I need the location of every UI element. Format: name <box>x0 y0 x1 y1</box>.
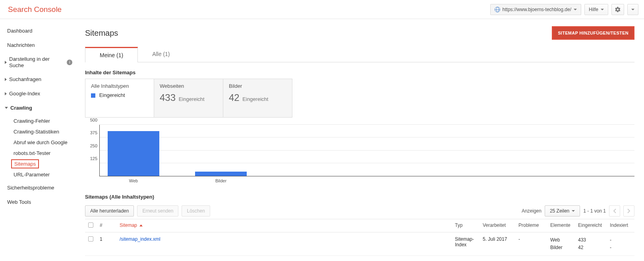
summary-box-images[interactable]: Bilder 42 Eingereicht <box>223 79 292 118</box>
select-all-checkbox[interactable] <box>88 222 93 228</box>
sidebar-item-security-issues[interactable]: Sicherheitsprobleme <box>0 182 79 193</box>
col-indexed[interactable]: Indexiert <box>607 219 634 232</box>
chevron-down-icon <box>572 210 575 212</box>
property-url: https://www.bjoerns-techblog.de/ <box>503 7 571 12</box>
pager-prev-button[interactable] <box>609 205 620 217</box>
chevron-down-icon <box>574 9 577 10</box>
cell-sitemap-link[interactable]: /sitemap_index.xml <box>120 236 161 242</box>
sidebar-sub-robots-tester[interactable]: robots.txt-Tester <box>11 149 53 158</box>
sort-asc-icon <box>139 224 143 226</box>
help-button[interactable]: Hilfe <box>584 4 608 15</box>
tabs: Meine (1) Alle (1) <box>85 47 634 62</box>
cell-submitted: 433 42 <box>575 232 607 256</box>
chevron-left-icon <box>613 209 616 213</box>
sitemaps-table: # Sitemap Typ Verarbeitet Probleme Eleme… <box>85 219 634 256</box>
chart-xlabel: Bilder <box>215 178 226 183</box>
caret-right-icon <box>5 78 7 81</box>
col-type[interactable]: Typ <box>452 219 480 232</box>
settings-menu-button[interactable] <box>627 4 638 15</box>
tab-mine[interactable]: Meine (1) <box>85 47 138 62</box>
sidebar-item-label: Dashboard <box>7 28 33 34</box>
sidebar-item-search-appearance[interactable]: Darstellung in der Suche i <box>0 54 79 71</box>
col-index[interactable]: # <box>97 219 116 232</box>
settings-button[interactable] <box>611 4 624 15</box>
summary-box-webpages[interactable]: Webseiten 433 Eingereicht <box>154 79 223 118</box>
col-elements[interactable]: Elemente <box>547 219 575 232</box>
col-processed[interactable]: Verarbeitet <box>480 219 515 232</box>
summary-box-all-types[interactable]: Alle Inhaltstypen Eingereicht <box>85 79 154 118</box>
summary-box-suffix: Eingereicht <box>242 96 268 102</box>
cell-index: 1 <box>97 232 116 256</box>
row-checkbox[interactable] <box>88 236 93 242</box>
chart-bar <box>108 131 159 176</box>
help-label: Hilfe <box>589 7 598 12</box>
sidebar-item-label: Nachrichten <box>7 42 35 48</box>
brand-title: Search Console <box>8 5 62 14</box>
rows-per-page-select[interactable]: 25 Zeilen <box>545 205 580 217</box>
sidebar-item-crawling[interactable]: Crawling <box>0 102 79 114</box>
pager-range: 1 - 1 von 1 <box>583 208 606 214</box>
summary-box-value: 433 <box>160 92 176 103</box>
chevron-down-icon <box>631 9 634 10</box>
resend-button[interactable]: Erneut senden <box>137 205 178 217</box>
sidebar-sub-url-parameters[interactable]: URL-Parameter <box>11 170 52 179</box>
gear-icon <box>615 6 621 13</box>
chevron-down-icon <box>601 9 604 10</box>
cell-problems: - <box>515 232 547 256</box>
sidebar-sub-crawl-errors[interactable]: Crawling-Fehler <box>11 116 52 126</box>
show-label: Anzeigen <box>522 208 542 214</box>
summary-box-value: 42 <box>229 92 240 103</box>
sidebar-item-messages[interactable]: Nachrichten <box>0 40 79 51</box>
sidebar-sub-fetch-as-google[interactable]: Abruf wie durch Google <box>11 138 70 147</box>
info-icon: i <box>67 60 72 65</box>
caret-right-icon <box>5 92 7 95</box>
sidebar-sub-crawl-stats[interactable]: Crawling-Statistiken <box>11 127 62 136</box>
page-title: Sitemaps <box>85 29 118 38</box>
sidebar-item-label: Google-Index <box>9 91 40 97</box>
chart-bar <box>195 172 247 176</box>
sidebar-item-dashboard[interactable]: Dashboard <box>0 25 79 37</box>
sidebar-item-label: Suchanfragen <box>9 76 41 83</box>
property-selector[interactable]: https://www.bjoerns-techblog.de/ <box>490 4 581 15</box>
cell-processed: 5. Juli 2017 <box>480 232 515 256</box>
sidebar: Dashboard Nachrichten Darstellung in der… <box>0 19 79 256</box>
cell-indexed: - - <box>607 232 634 256</box>
legend-swatch-icon <box>91 93 95 98</box>
sidebar-item-label: Sicherheitsprobleme <box>7 185 54 191</box>
sidebar-item-web-tools[interactable]: Web Tools <box>0 197 79 208</box>
col-sitemap[interactable]: Sitemap <box>116 219 452 232</box>
globe-icon <box>495 7 500 12</box>
cell-type: Sitemap-Index <box>452 232 480 256</box>
sitemap-chart: 125250375500WebBilder <box>85 125 634 184</box>
summary-box-title: Webseiten <box>160 83 217 89</box>
rows-option-label: 25 Zeilen <box>550 208 569 214</box>
caret-down-icon <box>5 107 8 109</box>
sidebar-item-label: Darstellung in der Suche <box>9 56 64 68</box>
content-header: Inhalte der Sitemaps <box>85 70 634 75</box>
cell-elements: Web Bilder <box>547 232 575 256</box>
download-all-button[interactable]: Alle herunterladen <box>85 205 134 217</box>
add-test-sitemap-button[interactable]: SITEMAP HINZUFÜGEN/TESTEN <box>552 26 634 40</box>
chart-xlabel: Web <box>129 178 138 183</box>
summary-box-title: Bilder <box>229 83 286 89</box>
summary-all-types-label: Alle Inhaltstypen <box>91 83 148 89</box>
sidebar-item-google-index[interactable]: Google-Index <box>0 88 79 99</box>
table-row[interactable]: 1 /sitemap_index.xml Sitemap-Index 5. Ju… <box>85 232 634 256</box>
summary-submitted-label: Eingereicht <box>99 92 125 98</box>
sidebar-sub-sitemaps[interactable]: Sitemaps <box>11 159 39 168</box>
sidebar-item-label: Web Tools <box>7 199 31 205</box>
tab-all[interactable]: Alle (1) <box>138 47 184 62</box>
summary-box-suffix: Eingereicht <box>179 96 205 102</box>
caret-right-icon <box>5 61 7 64</box>
sidebar-item-label: Crawling <box>10 105 32 111</box>
delete-button[interactable]: Löschen <box>182 205 210 217</box>
table-section-title: Sitemaps (Alle Inhaltstypen) <box>85 194 634 200</box>
col-problems[interactable]: Probleme <box>515 219 547 232</box>
sidebar-item-search-analytics[interactable]: Suchanfragen <box>0 74 79 85</box>
col-submitted[interactable]: Eingereicht <box>575 219 607 232</box>
col-sitemap-label: Sitemap <box>120 222 137 228</box>
chevron-right-icon <box>627 209 630 213</box>
pager-next-button[interactable] <box>623 205 634 217</box>
